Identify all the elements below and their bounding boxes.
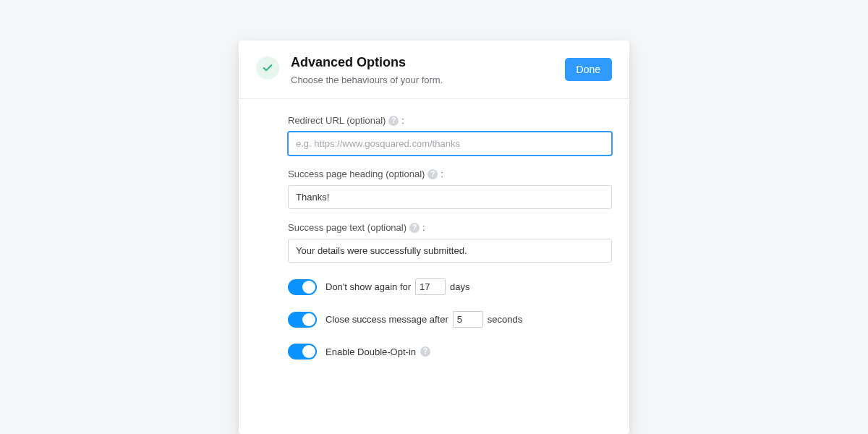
help-icon[interactable] — [427, 169, 438, 179]
success-heading-label: Success page heading (optional) : — [288, 169, 612, 179]
double-opt-in-row: Enable Double-Opt-in — [239, 344, 629, 359]
header-titles: Advanced Options Choose the behaviours o… — [291, 55, 565, 85]
close-after-label: Close success message after seconds — [326, 311, 522, 328]
dont-show-suffix: days — [450, 281, 469, 292]
check-icon — [256, 56, 279, 80]
close-after-seconds-input[interactable] — [453, 311, 483, 328]
double-opt-in-label-text: Enable Double-Opt-in — [326, 346, 416, 357]
close-after-toggle[interactable] — [288, 312, 317, 328]
success-heading-label-text: Success page heading (optional) — [288, 169, 425, 179]
done-button[interactable]: Done — [565, 58, 612, 81]
card-subtitle: Choose the behaviours of your form. — [291, 75, 565, 85]
dont-show-again-label: Don't show again for days — [326, 278, 470, 295]
help-icon[interactable] — [388, 116, 399, 126]
help-icon[interactable] — [420, 346, 430, 357]
redirect-url-label: Redirect URL (optional) : — [288, 115, 612, 126]
dont-show-again-toggle[interactable] — [288, 279, 317, 295]
close-after-row: Close success message after seconds — [239, 311, 629, 328]
advanced-options-card: Advanced Options Choose the behaviours o… — [239, 41, 629, 434]
double-opt-in-toggle[interactable] — [288, 344, 317, 359]
card-title: Advanced Options — [291, 55, 565, 70]
success-text-input[interactable] — [288, 239, 612, 263]
redirect-url-input[interactable] — [288, 132, 612, 156]
double-opt-in-label: Enable Double-Opt-in — [326, 346, 430, 357]
help-icon[interactable] — [409, 223, 420, 233]
card-body: Redirect URL (optional) : Success page h… — [239, 99, 629, 380]
dont-show-days-input[interactable] — [415, 278, 446, 295]
success-text-label-text: Success page text (optional) — [288, 222, 407, 233]
success-heading-input[interactable] — [288, 185, 612, 209]
success-text-field: Success page text (optional) : — [239, 222, 629, 263]
redirect-url-field: Redirect URL (optional) : — [239, 115, 629, 156]
label-colon: : — [441, 169, 443, 179]
success-heading-field: Success page heading (optional) : — [239, 169, 629, 209]
success-text-label: Success page text (optional) : — [288, 222, 612, 233]
redirect-url-label-text: Redirect URL (optional) — [288, 115, 386, 126]
close-after-prefix: Close success message after — [326, 314, 448, 325]
dont-show-prefix: Don't show again for — [326, 281, 411, 292]
close-after-suffix: seconds — [488, 314, 522, 325]
label-colon: : — [422, 222, 425, 233]
dont-show-again-row: Don't show again for days — [239, 278, 629, 295]
card-header: Advanced Options Choose the behaviours o… — [239, 41, 629, 99]
label-colon: : — [401, 115, 404, 126]
